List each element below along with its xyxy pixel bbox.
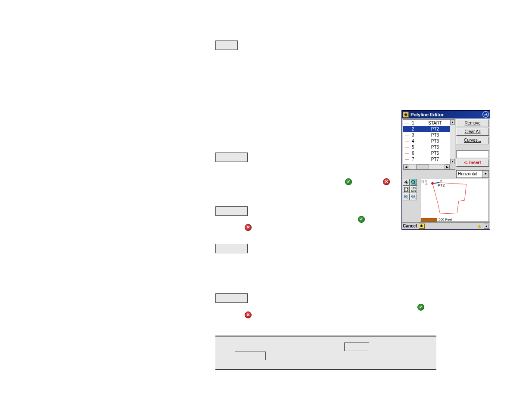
box-1[interactable] (215, 40, 238, 50)
box-3[interactable] (215, 206, 248, 216)
map-tools: 123Dec (403, 179, 418, 201)
remove-button[interactable]: Remove (456, 119, 489, 127)
row-name: PT2 (423, 127, 450, 131)
row-marker-icon: — (403, 139, 411, 143)
scroll-right-icon[interactable]: ▶ (445, 165, 450, 169)
row-name: PT3 (423, 133, 450, 137)
north-label: N1 (421, 179, 428, 187)
horizontal-scrollbar[interactable]: ◀ ▶ (403, 164, 450, 169)
scroll-thumb[interactable] (416, 165, 429, 169)
curves-button[interactable]: Curves... (456, 137, 489, 144)
row-index: 2 (411, 127, 423, 131)
row-name: PT6 (423, 151, 450, 156)
scroll-up-icon[interactable]: ▲ (450, 120, 455, 125)
box-4[interactable] (215, 244, 248, 253)
row-marker-icon: — (403, 145, 411, 149)
point-list[interactable]: —1START—2PT2—3PT3—4PT3—5PT5—6PT6—7PT7 ▲ … (403, 119, 455, 170)
clear-all-button[interactable]: Clear All (456, 128, 489, 136)
zoom-window-tool[interactable] (410, 179, 417, 186)
point-list-row[interactable]: —3PT3 (403, 132, 450, 138)
extents-tool[interactable] (403, 186, 410, 193)
coords-tool[interactable]: 123Dec (410, 186, 417, 193)
scroll-corner (450, 164, 455, 169)
row-name: PT7 (423, 157, 450, 162)
error-icon (383, 178, 390, 185)
row-index: 3 (411, 133, 423, 137)
insert-button-label: <- Insert (464, 160, 481, 165)
row-marker-icon: — (403, 151, 411, 156)
map-preview[interactable]: N1 PT2 2 (420, 179, 489, 222)
point-list-row[interactable]: —2PT2 (403, 126, 450, 132)
check-icon (345, 178, 352, 185)
insert-field[interactable] (456, 150, 489, 158)
scale-label: 500 Feet (439, 218, 452, 221)
orientation-dropdown-value: Horizontal (458, 171, 477, 176)
cancel-button[interactable]: Cancel (403, 224, 419, 228)
remove-button-label: Remove (464, 121, 480, 125)
row-index: 6 (411, 151, 423, 156)
note-box (215, 336, 436, 370)
box-2[interactable] (215, 153, 248, 162)
row-index: 4 (411, 139, 423, 143)
ok-button[interactable]: ok (482, 111, 489, 118)
svg-line-6 (407, 198, 408, 199)
row-index: 1 (411, 121, 423, 125)
polyline-editor-window: ♚ Polyline Editor ok —1START—2PT2—3PT3—4… (401, 110, 490, 230)
scale-bar-graphic (421, 218, 437, 221)
keyboard-icon[interactable]: ✱ (419, 224, 425, 229)
row-marker-icon: — (403, 127, 411, 131)
row-marker-icon: — (403, 157, 411, 162)
pt2-label: PT2 (438, 183, 445, 187)
svg-point-0 (412, 181, 415, 184)
row-marker-icon: — (403, 121, 411, 125)
svg-line-9 (414, 198, 416, 199)
zoom-out-tool[interactable] (410, 193, 417, 200)
clear-all-button-label: Clear All (464, 129, 480, 134)
point-list-row[interactable]: —4PT3 (403, 138, 450, 144)
point-list-row[interactable]: —7PT7 (403, 156, 450, 162)
warning-icon[interactable] (477, 224, 483, 229)
row-name: PT5 (423, 145, 450, 149)
error-icon (245, 224, 252, 231)
panel-bottom-bar: Cancel ✱ ▲ (402, 222, 490, 229)
error-icon (245, 311, 252, 318)
point-list-row[interactable]: —1START (403, 120, 450, 126)
row-index: 5 (411, 145, 423, 149)
panel-up-icon[interactable]: ▲ (484, 224, 489, 229)
row-name: PT3 (423, 139, 450, 143)
scroll-left-icon[interactable]: ◀ (403, 165, 408, 169)
polyline-shape-icon: 2 (420, 179, 488, 221)
note-box-button-b[interactable] (344, 342, 369, 351)
svg-text:2: 2 (440, 179, 442, 183)
vertical-scrollbar[interactable]: ▲ ▼ (450, 120, 455, 164)
point-list-row[interactable]: —6PT6 (403, 150, 450, 156)
point-list-row[interactable]: —5PT5 (403, 144, 450, 150)
check-icon (417, 304, 424, 311)
row-marker-icon: — (403, 133, 411, 137)
pan-tool[interactable] (403, 179, 410, 186)
app-icon: ♚ (403, 112, 409, 118)
svg-point-11 (431, 182, 434, 185)
window-title: Polyline Editor (411, 112, 444, 117)
insert-button[interactable]: <- Insert (456, 159, 489, 167)
row-name: START (423, 121, 450, 125)
box-5[interactable] (215, 293, 248, 303)
scale-bar: 500 Feet (421, 218, 452, 221)
check-icon (358, 216, 365, 223)
curves-button-label: Curves... (464, 138, 481, 143)
scroll-down-icon[interactable]: ▼ (450, 159, 455, 164)
zoom-in-tool[interactable] (403, 193, 410, 200)
title-bar: ♚ Polyline Editor ok (402, 111, 490, 118)
note-box-button-a[interactable] (235, 352, 266, 360)
orientation-dropdown[interactable]: Horizontal ▼ (456, 170, 489, 178)
svg-line-1 (414, 183, 416, 184)
row-index: 7 (411, 157, 423, 162)
dropdown-arrow-icon[interactable]: ▼ (482, 171, 488, 177)
